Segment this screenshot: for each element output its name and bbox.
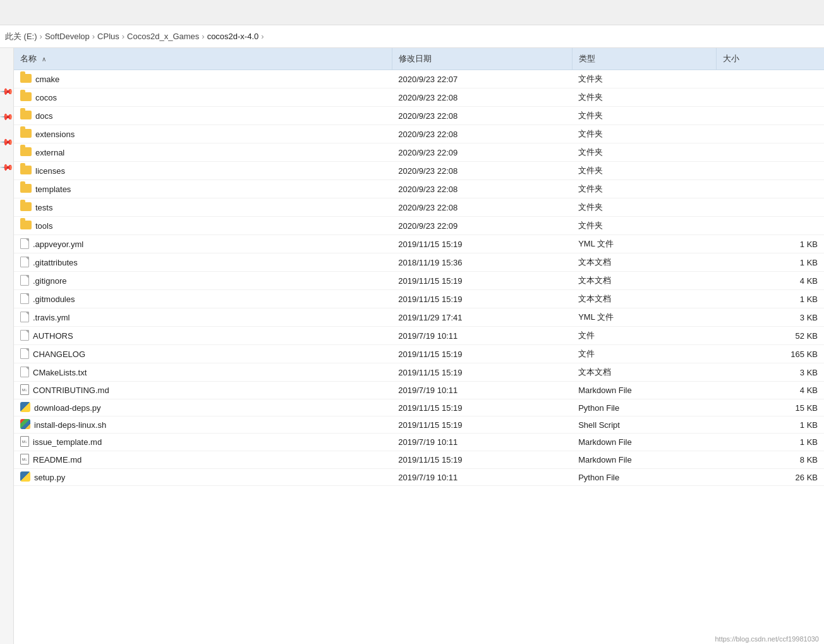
doc-file-icon	[20, 348, 29, 359]
folder-icon	[20, 221, 32, 229]
folder-icon	[20, 92, 32, 101]
file-name-cell: setup.py	[14, 469, 392, 486]
md-file-icon: M↓	[20, 384, 29, 395]
table-row[interactable]: setup.py2019/7/19 10:11Python File26 KB	[14, 469, 824, 486]
file-type-cell: 文件夹	[572, 70, 716, 88]
file-date-cell: 2020/9/23 22:08	[392, 107, 572, 125]
file-name-cell: cocos	[14, 88, 392, 107]
file-size-cell	[716, 125, 824, 143]
pin-strip: 📌 📌 📌 📌	[0, 48, 14, 644]
table-row[interactable]: cocos2020/9/23 22:08文件夹	[14, 88, 824, 107]
file-name-cell: M↓README.md	[14, 451, 392, 469]
table-row[interactable]: AUTHORS2019/7/19 10:11文件52 KB	[14, 327, 824, 345]
table-row[interactable]: external2020/9/23 22:09文件夹	[14, 143, 824, 162]
file-type-cell: 文件夹	[572, 143, 716, 162]
breadcrumb-cocos2d-games[interactable]: Cocos2d_x_Games	[127, 32, 199, 41]
col-header-size[interactable]: 大小	[716, 48, 824, 70]
file-type-cell: Markdown File	[572, 382, 716, 399]
folder-icon	[20, 111, 32, 119]
file-type-cell: 文件	[572, 345, 716, 363]
file-size-cell: 1 KB	[716, 235, 824, 253]
file-type-cell: 文本文档	[572, 253, 716, 272]
col-header-name[interactable]: 名称 ∧	[14, 48, 392, 70]
file-size-cell: 4 KB	[716, 272, 824, 290]
file-size-cell: 26 KB	[716, 469, 824, 486]
col-header-type[interactable]: 类型	[572, 48, 716, 70]
file-name-cell: .appveyor.yml	[14, 235, 392, 253]
file-type-cell: YML 文件	[572, 308, 716, 327]
python-file-icon	[20, 471, 30, 482]
file-date-cell: 2020/9/23 22:07	[392, 70, 572, 88]
table-row[interactable]: CHANGELOG2019/11/15 15:19文件165 KB	[14, 345, 824, 363]
file-type-cell: 文件夹	[572, 198, 716, 217]
col-header-date[interactable]: 修改日期	[392, 48, 572, 70]
doc-file-icon	[20, 367, 29, 377]
file-type-cell: 文本文档	[572, 290, 716, 308]
file-name-cell: M↓issue_template.md	[14, 434, 392, 451]
file-size-cell	[716, 88, 824, 107]
breadcrumb-cplus[interactable]: CPlus	[97, 32, 119, 41]
table-row[interactable]: .gitattributes2018/11/19 15:36文本文档1 KB	[14, 253, 824, 272]
table-row[interactable]: licenses2020/9/23 22:08文件夹	[14, 162, 824, 180]
file-size-cell	[716, 70, 824, 88]
file-size-cell: 15 KB	[716, 399, 824, 416]
file-date-cell: 2019/11/15 15:19	[392, 451, 572, 469]
pin-icon-1[interactable]: 📌	[0, 83, 14, 98]
file-date-cell: 2020/9/23 22:08	[392, 180, 572, 198]
file-type-cell: YML 文件	[572, 235, 716, 253]
file-size-cell: 165 KB	[716, 345, 824, 363]
file-name-cell: tests	[14, 198, 392, 217]
file-type-cell: Shell Script	[572, 416, 716, 434]
pin-icon-3[interactable]: 📌	[0, 134, 14, 149]
table-row[interactable]: docs2020/9/23 22:08文件夹	[14, 107, 824, 125]
folder-icon	[20, 166, 32, 174]
file-name-cell: licenses	[14, 162, 392, 180]
table-row[interactable]: install-deps-linux.sh2019/11/15 15:19She…	[14, 416, 824, 434]
breadcrumb-current: cocos2d-x-4.0	[207, 32, 259, 41]
file-name-cell: cmake	[14, 70, 392, 88]
table-row[interactable]: M↓README.md2019/11/15 15:19Markdown File…	[14, 451, 824, 469]
table-row[interactable]: .gitignore2019/11/15 15:19文本文档4 KB	[14, 272, 824, 290]
file-name-cell: .gitattributes	[14, 253, 392, 272]
pin-icon-2[interactable]: 📌	[0, 109, 14, 123]
table-row[interactable]: download-deps.py2019/11/15 15:19Python F…	[14, 399, 824, 416]
file-size-cell: 3 KB	[716, 308, 824, 327]
top-bar	[0, 0, 824, 25]
file-date-cell: 2020/9/23 22:08	[392, 125, 572, 143]
pin-icon-4[interactable]: 📌	[0, 159, 14, 174]
table-row[interactable]: M↓CONTRIBUTING.md2019/7/19 10:11Markdown…	[14, 382, 824, 399]
table-row[interactable]: .appveyor.yml2019/11/15 15:19YML 文件1 KB	[14, 235, 824, 253]
table-row[interactable]: templates2020/9/23 22:08文件夹	[14, 180, 824, 198]
file-size-cell: 1 KB	[716, 290, 824, 308]
md-file-icon: M↓	[20, 454, 29, 465]
breadcrumb-softdevelop[interactable]: SoftDevelop	[45, 32, 90, 41]
breadcrumb: 此关 (E:) › SoftDevelop › CPlus › Cocos2d_…	[0, 25, 824, 48]
file-size-cell: 3 KB	[716, 363, 824, 382]
file-type-cell: Markdown File	[572, 434, 716, 451]
table-row[interactable]: cmake2020/9/23 22:07文件夹	[14, 70, 824, 88]
table-row[interactable]: tools2020/9/23 22:09文件夹	[14, 217, 824, 235]
breadcrumb-drive[interactable]: 此关 (E:)	[5, 31, 37, 42]
shell-file-icon	[20, 419, 30, 429]
table-row[interactable]: extensions2020/9/23 22:08文件夹	[14, 125, 824, 143]
file-type-cell: Python File	[572, 469, 716, 486]
file-date-cell: 2019/7/19 10:11	[392, 382, 572, 399]
file-size-cell	[716, 180, 824, 198]
table-row[interactable]: M↓issue_template.md2019/7/19 10:11Markdo…	[14, 434, 824, 451]
table-row[interactable]: tests2020/9/23 22:08文件夹	[14, 198, 824, 217]
table-row[interactable]: .travis.yml2019/11/29 17:41YML 文件3 KB	[14, 308, 824, 327]
table-row[interactable]: CMakeLists.txt2019/11/15 15:19文本文档3 KB	[14, 363, 824, 382]
table-row[interactable]: .gitmodules2019/11/15 15:19文本文档1 KB	[14, 290, 824, 308]
doc-file-icon	[20, 238, 29, 249]
folder-icon	[20, 202, 32, 211]
file-size-cell: 8 KB	[716, 451, 824, 469]
file-name-cell: CHANGELOG	[14, 345, 392, 363]
file-size-cell	[716, 107, 824, 125]
file-date-cell: 2019/11/15 15:19	[392, 235, 572, 253]
file-date-cell: 2019/11/15 15:19	[392, 399, 572, 416]
file-name-cell: external	[14, 143, 392, 162]
file-date-cell: 2018/11/19 15:36	[392, 253, 572, 272]
file-name-cell: .gitmodules	[14, 290, 392, 308]
python-file-icon	[20, 402, 30, 412]
file-name-cell: .travis.yml	[14, 308, 392, 327]
